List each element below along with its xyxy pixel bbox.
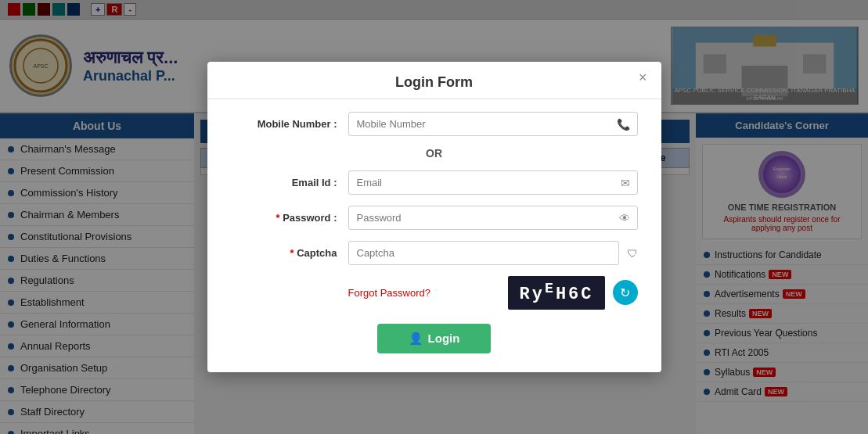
password-input-wrap: 👁 — [348, 206, 638, 230]
mobile-label: Mobile Number : — [231, 118, 348, 130]
mobile-row: Mobile Number : 📞 — [231, 112, 638, 136]
phone-icon: 📞 — [617, 118, 630, 131]
modal-title: Login Form × — [207, 62, 661, 99]
or-divider: OR — [231, 147, 638, 160]
password-input[interactable] — [348, 206, 638, 230]
email-row: Email Id : ✉ — [231, 170, 638, 195]
captcha-label: * Captcha — [231, 247, 348, 259]
captcha-controls: 🛡 — [348, 241, 638, 265]
email-input-wrap: ✉ — [348, 170, 638, 195]
eye-icon: 👁 — [619, 212, 630, 224]
captcha-image: RyEH6C — [508, 276, 604, 309]
forgot-captcha-row: Forgot Password? RyEH6C ↻ — [231, 276, 638, 309]
mobile-input[interactable] — [348, 112, 638, 136]
captcha-refresh-button[interactable]: ↻ — [613, 280, 638, 305]
modal-overlay[interactable]: Login Form × Mobile Number : 📞 OR Email … — [0, 0, 868, 434]
forgot-password-link[interactable]: Forgot Password? — [348, 287, 431, 299]
email-input[interactable] — [348, 170, 638, 195]
captcha-input[interactable] — [348, 241, 619, 265]
modal-body: Mobile Number : 📞 OR Email Id : ✉ * — [207, 99, 661, 371]
captcha-row: * Captcha 🛡 — [231, 241, 638, 265]
password-row: * Password : 👁 — [231, 206, 638, 230]
modal-close-button[interactable]: × — [634, 68, 652, 88]
user-icon: 👤 — [409, 332, 423, 345]
shield-icon: 🛡 — [627, 247, 638, 260]
password-label: * Password : — [231, 212, 348, 224]
login-modal: Login Form × Mobile Number : 📞 OR Email … — [207, 62, 661, 371]
captcha-input-wrap: 🛡 — [348, 241, 638, 265]
mobile-input-wrap: 📞 — [348, 112, 638, 136]
login-button[interactable]: 👤Login — [377, 324, 492, 353]
email-label: Email Id : — [231, 177, 348, 188]
email-icon: ✉ — [621, 177, 630, 189]
